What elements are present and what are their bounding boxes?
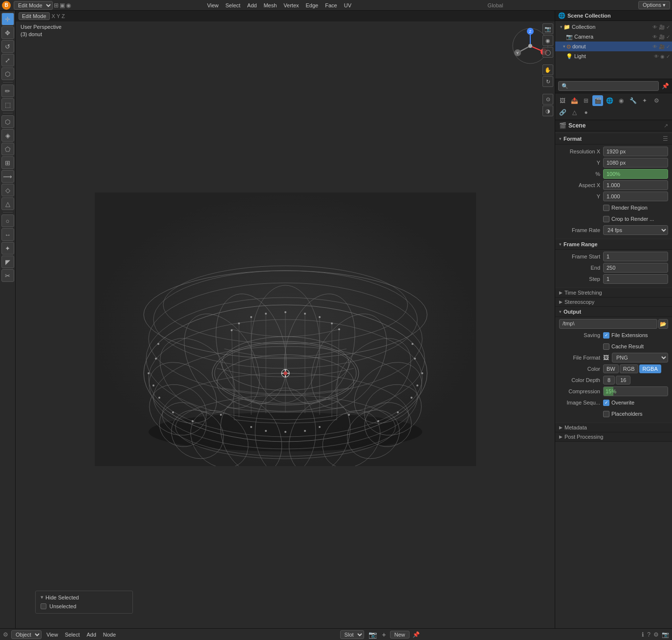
bb-camera-icon[interactable]: 📷 (367, 631, 378, 639)
prop-tab-world[interactable]: 🌐 (604, 95, 615, 106)
menu-add[interactable]: Add (244, 1, 260, 9)
viewport-mode-label[interactable]: Edit Mode (19, 12, 50, 20)
prop-tab-object[interactable]: ◉ (616, 95, 627, 106)
shrink-fatten-tool[interactable]: ✦ (1, 242, 14, 255)
bevel-tool[interactable]: ⬠ (1, 143, 14, 155)
prop-tab-output[interactable]: 📤 (569, 95, 580, 106)
edge-slide-tool[interactable]: ↔ (1, 228, 14, 241)
color-depth-16-btn[interactable]: 16 (616, 376, 630, 384)
move-tool[interactable]: ✥ (1, 26, 14, 39)
extrude-tool[interactable]: ⬡ (1, 115, 14, 128)
header-icon-2[interactable]: ▣ (60, 2, 65, 9)
polypen-tool[interactable]: △ (1, 197, 14, 210)
ol-camera-camera[interactable]: 🎥 (659, 34, 665, 40)
unselected-checkbox[interactable] (41, 603, 46, 609)
ol-camera-light[interactable]: ◉ (660, 54, 665, 59)
bb-slot-select[interactable]: Slot (340, 630, 364, 639)
bb-info-icon[interactable]: ℹ (642, 631, 644, 638)
scene-pin[interactable]: ↗ (664, 123, 668, 129)
output-section-header[interactable]: ▾ Output (555, 307, 672, 317)
ol-check-light[interactable]: ✓ (666, 54, 670, 59)
ol-check-camera[interactable]: ✓ (666, 34, 670, 40)
frame-step-value[interactable]: 1 (603, 274, 668, 284)
percent-value[interactable]: 100% (603, 169, 668, 179)
output-path-input[interactable]: /tmp\ (559, 319, 657, 329)
options-button[interactable]: Options ▾ (638, 1, 670, 9)
prop-tab-view-layer[interactable]: ⊞ (581, 95, 591, 106)
outliner-row-collection[interactable]: ▾ 📁 Collection 👁 🎥 ✓ (555, 22, 672, 32)
res-x-value[interactable]: 1920 px (603, 147, 668, 156)
bb-gear-icon[interactable]: ⚙ (3, 631, 8, 638)
menu-select[interactable]: Select (222, 1, 243, 9)
frame-start-value[interactable]: 1 (603, 252, 668, 261)
frame-rate-select[interactable]: 24 fps 30 fps 60 fps (603, 225, 668, 235)
measure-tool[interactable]: ⬚ (1, 98, 14, 111)
bb-select-menu[interactable]: Select (63, 631, 82, 639)
transform-orientation[interactable]: Global (488, 2, 503, 8)
file-format-select[interactable]: PNG JPEG OpenEXR (612, 353, 668, 363)
header-icon-1[interactable]: ⊞ (54, 2, 59, 9)
shear-tool[interactable]: ◤ (1, 256, 14, 268)
mode-selector[interactable]: Edit Mode (14, 1, 53, 10)
orbit-btn[interactable]: ↻ (542, 76, 553, 87)
compression-bar[interactable]: 15% (603, 386, 668, 396)
scale-tool[interactable]: ⤢ (1, 54, 14, 66)
bb-pin-icon[interactable]: 📌 (412, 631, 420, 638)
inset-tool[interactable]: ◈ (1, 129, 14, 142)
bb-view-menu[interactable]: View (44, 631, 60, 639)
prop-tab-physics[interactable]: ⚙ (651, 95, 662, 106)
menu-view[interactable]: View (204, 1, 222, 9)
overwrite-checkbox[interactable] (603, 400, 609, 406)
ol-camera-donut[interactable]: 🎥 (659, 44, 665, 49)
menu-mesh[interactable]: Mesh (260, 1, 280, 9)
prop-tab-particles[interactable]: ✦ (639, 95, 650, 106)
render-preview-btn[interactable]: ◯ (542, 47, 553, 58)
frame-end-value[interactable]: 250 (603, 263, 668, 273)
metadata-header[interactable]: ▶ Metadata (555, 423, 672, 432)
file-ext-checkbox[interactable] (603, 332, 609, 339)
prop-tab-render[interactable]: 🖼 (557, 95, 568, 106)
loop-cut-tool[interactable]: ⊞ (1, 156, 14, 169)
3d-viewport[interactable]: Edit Mode X Y Z User Perspective (3) don… (16, 11, 555, 628)
overlay-btn[interactable]: ⊙ (542, 94, 553, 105)
cursor-tool[interactable]: ✛ (1, 13, 14, 25)
ol-eye-light[interactable]: 👁 (654, 54, 659, 59)
rip-tool[interactable]: ✂ (1, 269, 14, 282)
res-y-value[interactable]: 1080 px (603, 158, 668, 168)
post-processing-header[interactable]: ▶ Post Processing (555, 432, 672, 442)
bb-new-btn[interactable]: New (390, 631, 410, 639)
ol-check-collection[interactable]: ✓ (666, 24, 670, 30)
outliner-row-donut[interactable]: ▾ ⊙ donut 👁 🎥 ✓ (555, 42, 672, 51)
pan-btn[interactable]: ✋ (542, 64, 553, 75)
aspect-y-value[interactable]: 1.000 (603, 192, 668, 201)
camera-view-btn[interactable]: 📷 (542, 23, 553, 34)
bb-node-menu[interactable]: Node (101, 631, 118, 639)
format-menu-icon[interactable]: ☰ (663, 135, 668, 142)
output-path-browse-btn[interactable]: 📂 (658, 319, 668, 329)
color-bw-btn[interactable]: BW (603, 364, 619, 373)
prop-tab-data[interactable]: △ (569, 107, 580, 118)
prop-tab-material[interactable]: ● (581, 107, 591, 118)
ol-check-donut[interactable]: ✓ (666, 44, 670, 49)
ol-camera-collection[interactable]: 🎥 (659, 24, 665, 30)
outliner-row-light[interactable]: 💡 Light 👁 ◉ ✓ (555, 51, 672, 61)
menu-uv[interactable]: UV (341, 1, 354, 9)
transform-tool[interactable]: ⬡ (1, 67, 14, 80)
format-section-header[interactable]: ▾ Format ☰ (555, 133, 672, 145)
menu-face[interactable]: Face (322, 1, 340, 9)
bb-camera2-icon[interactable]: 📷 (662, 631, 669, 638)
frame-range-section-header[interactable]: ▾ Frame Range (555, 239, 672, 250)
color-rgba-btn[interactable]: RGBA (639, 364, 661, 373)
render-region-checkbox[interactable] (603, 205, 609, 211)
annotate-tool[interactable]: ✏ (1, 85, 14, 97)
prop-tab-modifiers[interactable]: 🔧 (628, 95, 638, 106)
smooth-tool[interactable]: ○ (1, 214, 14, 227)
ol-eye-collection[interactable]: 👁 (652, 24, 657, 30)
cache-result-checkbox[interactable] (603, 343, 609, 350)
color-depth-8-btn[interactable]: 8 (603, 376, 615, 384)
prop-tab-constraints[interactable]: 🔗 (557, 107, 568, 118)
time-stretching-header[interactable]: ▶ Time Stretching (555, 288, 672, 298)
ol-eye-camera[interactable]: 👁 (652, 34, 657, 40)
knife-tool[interactable]: ◇ (1, 184, 14, 196)
header-icon-3[interactable]: ◉ (66, 2, 71, 9)
